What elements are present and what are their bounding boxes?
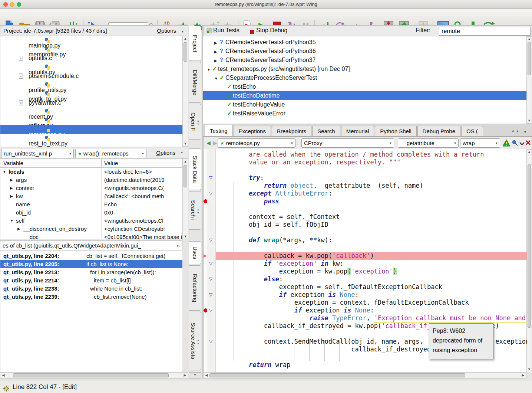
- editor-vertical-scrollbar[interactable]: ▲▼: [526, 149, 532, 372]
- variable-row[interactable]: ▼locals<locals dict; len=6>: [0, 168, 182, 176]
- panel-splitter[interactable]: [202, 25, 203, 379]
- code-line[interactable]: exception = kw.pop('exception'): [218, 268, 527, 275]
- code-line[interactable]: obj_id = self._fObjID: [218, 221, 527, 229]
- pin-editor-icon[interactable]: [512, 140, 518, 147]
- variable-row[interactable]: ▼self<wingutils.remoteops.Cl: [0, 217, 182, 225]
- tab-overflow-menu-icon[interactable]: ▾: [524, 130, 526, 134]
- fold-marker-icon[interactable]: ▽: [209, 292, 212, 297]
- project-file-row[interactable]: coptutils.c: [0, 54, 182, 63]
- editor-menu-chevron-icon[interactable]: [519, 141, 525, 147]
- project-file-tree[interactable]: mainloop.pymemprofile.pycoptutils.coptut…: [0, 36, 182, 147]
- code-line[interactable]: [218, 229, 527, 236]
- variable-row[interactable]: ▶__disconnect_on_destroy<cyfunction CDes…: [0, 225, 182, 233]
- fold-marker-icon[interactable]: ▽: [209, 176, 212, 180]
- editor-file-dropdown[interactable]: ★remoteops.py▾: [218, 138, 295, 148]
- expanded-icon[interactable]: ▼: [214, 74, 219, 83]
- breakpoint-gutter[interactable]: ▶: [204, 149, 207, 372]
- side-tab-uses[interactable]: Uses: [189, 241, 201, 264]
- variable-column-header[interactable]: Variable: [3, 159, 23, 167]
- collapsed-icon[interactable]: ▶: [214, 48, 219, 56]
- test-tree-row[interactable]: ▶?CRemoteServerTestsForPython35: [203, 38, 526, 47]
- value-column-header[interactable]: Value: [104, 159, 118, 167]
- collapse-icon[interactable]: ▼: [3, 168, 6, 176]
- test-tree-row[interactable]: ✓testRaiseValueError: [203, 109, 526, 118]
- tab-scroll-left-icon[interactable]: ◂: [512, 129, 513, 133]
- code-line[interactable]: if 'exception' in kw:: [218, 260, 527, 268]
- code-line[interactable]: value or an exception, respectively. """: [218, 158, 527, 166]
- variable-row[interactable]: __doc__<0x1095caf00>The most base type: [0, 233, 182, 239]
- run-tests-button[interactable]: Run Tests: [213, 27, 239, 34]
- project-file-row[interactable]: cpyvalwriter.c: [0, 98, 182, 107]
- side-tab-project[interactable]: Project: [189, 26, 201, 61]
- variable-row[interactable]: ▶context<wingutils.remoteops.C(: [0, 184, 182, 192]
- project-file-row[interactable]: cposixmiscmodule.c: [0, 72, 182, 81]
- project-file-row[interactable]: rest_to_text.py: [0, 134, 182, 143]
- collapsed-icon[interactable]: ▶: [214, 56, 219, 65]
- expand-icon[interactable]: ▶: [10, 192, 13, 200]
- editor-method-dropdown[interactable]: __getattribute__▾: [398, 138, 459, 148]
- test-tree-scrollbar[interactable]: ▲▼: [526, 36, 532, 124]
- tab-debug-probe[interactable]: Debug Probe: [417, 126, 460, 136]
- uses-header-more-icon[interactable]: »: [177, 241, 180, 250]
- tab-python-shell[interactable]: Python Shell: [375, 126, 416, 136]
- tab-os[interactable]: OS (: [461, 126, 483, 136]
- project-file-row[interactable]: optutils.py: [0, 63, 182, 72]
- test-result-tree[interactable]: ▶?CRemoteServerTestsForPython35▶?CRemote…: [203, 36, 526, 124]
- editor-horizontal-scrollbar[interactable]: ◀▶: [203, 372, 526, 379]
- expand-icon[interactable]: ▶: [10, 184, 13, 192]
- uses-result-row[interactable]: qt_utils.py, line 2214:item = cb_list[i]: [0, 276, 182, 285]
- stack-frame-dropdown[interactable]: ★wrap(): remoteops▾: [75, 149, 146, 158]
- side-tab-source-assista[interactable]: Source Assista▴▾: [189, 312, 201, 370]
- test-tree-row[interactable]: ▼✓CSeparateProcessEchoServerTest: [203, 73, 526, 82]
- test-tree-row[interactable]: ▼✓test_remoteops.py (src/wingutils/test)…: [203, 65, 526, 73]
- tab-mercurial[interactable]: Mercurial: [341, 126, 374, 136]
- code-line[interactable]: exception = self._fDefaultExceptionCallb…: [218, 283, 527, 291]
- stop-debug-button[interactable]: Stop Debug: [256, 27, 288, 34]
- side-tab-scroll-arrows-icon[interactable]: ▴▾: [196, 119, 200, 126]
- code-line[interactable]: raise TypeError, 'Exception callback mus…: [218, 314, 527, 322]
- collapsed-icon[interactable]: ▶: [214, 39, 219, 48]
- project-options-chevron-icon[interactable]: ▾: [182, 26, 184, 36]
- project-file-row[interactable]: pygtk_to_pi.py: [0, 89, 182, 98]
- expand-icon[interactable]: ▶: [10, 176, 13, 184]
- tab-search[interactable]: Search: [312, 126, 340, 136]
- code-line[interactable]: if exception is None:: [218, 307, 527, 314]
- test-tree-row[interactable]: ✓testEchoDatetime: [203, 91, 526, 100]
- uses-result-row[interactable]: qt_utils.py, line 2204:cb_list = self._f…: [0, 252, 182, 260]
- code-line[interactable]: exception = context._fDefaultExceptionCa…: [218, 299, 527, 307]
- code-line[interactable]: [218, 244, 527, 252]
- variable-row[interactable]: ▶kw{'callback': <bound meth: [0, 192, 182, 200]
- debug-bug-icon[interactable]: [3, 384, 10, 393]
- variable-row[interactable]: ▶args(datetime.datetime(2019: [0, 176, 182, 184]
- side-tab-open-f[interactable]: Open F▴▾: [189, 104, 201, 140]
- fold-marker-icon[interactable]: ▽: [209, 277, 212, 281]
- code-line[interactable]: if exception is None:: [218, 291, 527, 299]
- test-tree-row[interactable]: ✓testEcho: [203, 82, 526, 91]
- test-tree-row[interactable]: ✓testEchoHugeValue: [203, 100, 526, 109]
- fold-marker-icon[interactable]: ▽: [209, 339, 212, 344]
- fold-marker-icon[interactable]: ▽: [209, 261, 212, 266]
- code-line[interactable]: return object.__getattribute__(self, nam…: [218, 182, 527, 190]
- side-tab-stack-data[interactable]: Stack Data: [189, 148, 201, 190]
- side-tab-scroll-arrows-icon[interactable]: ▴▾: [196, 208, 200, 214]
- code-line[interactable]: are called when the operation / method c…: [218, 151, 527, 158]
- code-line[interactable]: def wrap(*args, **kw):: [218, 236, 527, 244]
- code-line[interactable]: [218, 205, 527, 213]
- side-tab-diff-merge[interactable]: Diff/Merge: [189, 62, 201, 103]
- project-file-row[interactable]: recent.py: [0, 107, 182, 116]
- collapse-icon[interactable]: ▼: [10, 217, 14, 225]
- test-filter-input[interactable]: [439, 27, 531, 36]
- stack-options-button[interactable]: Options: [156, 150, 175, 156]
- uses-result-row[interactable]: qt_utils.py, line 2213:for i in xrange(l…: [0, 268, 182, 276]
- code-line[interactable]: except AttributeError:: [218, 190, 527, 197]
- left-horizontal-scrollbar[interactable]: ◀▶: [0, 372, 188, 379]
- tab-breakpoints[interactable]: Breakpoints: [272, 126, 311, 136]
- editor-scope-dropdown[interactable]: wrap▾: [460, 138, 500, 148]
- project-options-button[interactable]: Options: [157, 26, 176, 36]
- code-warning-icon[interactable]: [502, 139, 510, 148]
- side-tab-refactoring[interactable]: Refactoring: [189, 265, 201, 311]
- uses-result-list[interactable]: qt_utils.py, line 2204:cb_list = self._f…: [0, 250, 182, 372]
- project-file-row[interactable]: profile_utils.py: [0, 81, 182, 89]
- project-file-row[interactable]: remoteops.py: [0, 125, 182, 134]
- tab-scroll-right-icon[interactable]: ▸: [517, 129, 519, 133]
